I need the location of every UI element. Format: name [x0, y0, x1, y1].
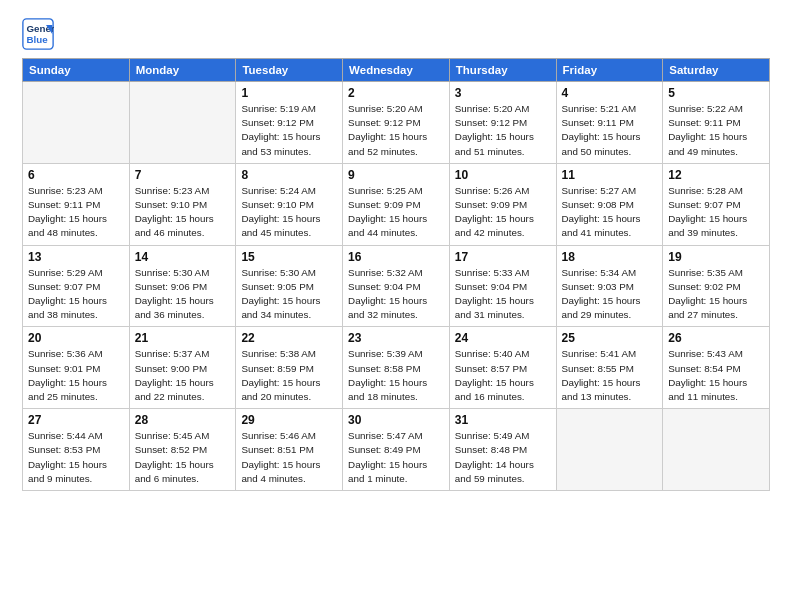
cell-info: Sunrise: 5:20 AM Sunset: 9:12 PM Dayligh… — [348, 102, 444, 159]
cell-info: Sunrise: 5:36 AM Sunset: 9:01 PM Dayligh… — [28, 347, 124, 404]
cell-info: Sunrise: 5:38 AM Sunset: 8:59 PM Dayligh… — [241, 347, 337, 404]
day-number: 26 — [668, 331, 764, 345]
calendar-cell: 6Sunrise: 5:23 AM Sunset: 9:11 PM Daylig… — [23, 163, 130, 245]
calendar-cell — [23, 82, 130, 164]
calendar-cell: 8Sunrise: 5:24 AM Sunset: 9:10 PM Daylig… — [236, 163, 343, 245]
cell-info: Sunrise: 5:19 AM Sunset: 9:12 PM Dayligh… — [241, 102, 337, 159]
cell-info: Sunrise: 5:37 AM Sunset: 9:00 PM Dayligh… — [135, 347, 231, 404]
day-number: 18 — [562, 250, 658, 264]
header: General Blue — [22, 18, 770, 50]
page: General Blue SundayMondayTuesdayWednesda… — [0, 0, 792, 612]
calendar-cell — [663, 409, 770, 491]
logo-icon: General Blue — [22, 18, 54, 50]
calendar-cell: 21Sunrise: 5:37 AM Sunset: 9:00 PM Dayli… — [129, 327, 236, 409]
cell-info: Sunrise: 5:44 AM Sunset: 8:53 PM Dayligh… — [28, 429, 124, 486]
cell-info: Sunrise: 5:49 AM Sunset: 8:48 PM Dayligh… — [455, 429, 551, 486]
calendar-cell: 23Sunrise: 5:39 AM Sunset: 8:58 PM Dayli… — [343, 327, 450, 409]
calendar-cell — [129, 82, 236, 164]
calendar-table: SundayMondayTuesdayWednesdayThursdayFrid… — [22, 58, 770, 491]
cell-info: Sunrise: 5:35 AM Sunset: 9:02 PM Dayligh… — [668, 266, 764, 323]
calendar-week-4: 20Sunrise: 5:36 AM Sunset: 9:01 PM Dayli… — [23, 327, 770, 409]
calendar-cell: 31Sunrise: 5:49 AM Sunset: 8:48 PM Dayli… — [449, 409, 556, 491]
calendar-cell: 3Sunrise: 5:20 AM Sunset: 9:12 PM Daylig… — [449, 82, 556, 164]
cell-info: Sunrise: 5:41 AM Sunset: 8:55 PM Dayligh… — [562, 347, 658, 404]
calendar-cell: 10Sunrise: 5:26 AM Sunset: 9:09 PM Dayli… — [449, 163, 556, 245]
day-number: 13 — [28, 250, 124, 264]
cell-info: Sunrise: 5:34 AM Sunset: 9:03 PM Dayligh… — [562, 266, 658, 323]
calendar-cell: 17Sunrise: 5:33 AM Sunset: 9:04 PM Dayli… — [449, 245, 556, 327]
cell-info: Sunrise: 5:46 AM Sunset: 8:51 PM Dayligh… — [241, 429, 337, 486]
calendar-cell: 15Sunrise: 5:30 AM Sunset: 9:05 PM Dayli… — [236, 245, 343, 327]
cell-info: Sunrise: 5:20 AM Sunset: 9:12 PM Dayligh… — [455, 102, 551, 159]
calendar-cell: 19Sunrise: 5:35 AM Sunset: 9:02 PM Dayli… — [663, 245, 770, 327]
cell-info: Sunrise: 5:30 AM Sunset: 9:06 PM Dayligh… — [135, 266, 231, 323]
day-number: 29 — [241, 413, 337, 427]
weekday-header-row: SundayMondayTuesdayWednesdayThursdayFrid… — [23, 59, 770, 82]
cell-info: Sunrise: 5:39 AM Sunset: 8:58 PM Dayligh… — [348, 347, 444, 404]
cell-info: Sunrise: 5:40 AM Sunset: 8:57 PM Dayligh… — [455, 347, 551, 404]
weekday-header-wednesday: Wednesday — [343, 59, 450, 82]
cell-info: Sunrise: 5:47 AM Sunset: 8:49 PM Dayligh… — [348, 429, 444, 486]
day-number: 1 — [241, 86, 337, 100]
weekday-header-sunday: Sunday — [23, 59, 130, 82]
cell-info: Sunrise: 5:30 AM Sunset: 9:05 PM Dayligh… — [241, 266, 337, 323]
day-number: 8 — [241, 168, 337, 182]
day-number: 11 — [562, 168, 658, 182]
cell-info: Sunrise: 5:24 AM Sunset: 9:10 PM Dayligh… — [241, 184, 337, 241]
calendar-cell: 28Sunrise: 5:45 AM Sunset: 8:52 PM Dayli… — [129, 409, 236, 491]
weekday-header-friday: Friday — [556, 59, 663, 82]
calendar-cell: 7Sunrise: 5:23 AM Sunset: 9:10 PM Daylig… — [129, 163, 236, 245]
cell-info: Sunrise: 5:25 AM Sunset: 9:09 PM Dayligh… — [348, 184, 444, 241]
calendar-cell: 1Sunrise: 5:19 AM Sunset: 9:12 PM Daylig… — [236, 82, 343, 164]
cell-info: Sunrise: 5:32 AM Sunset: 9:04 PM Dayligh… — [348, 266, 444, 323]
day-number: 20 — [28, 331, 124, 345]
day-number: 30 — [348, 413, 444, 427]
calendar-cell: 9Sunrise: 5:25 AM Sunset: 9:09 PM Daylig… — [343, 163, 450, 245]
day-number: 28 — [135, 413, 231, 427]
day-number: 22 — [241, 331, 337, 345]
cell-info: Sunrise: 5:28 AM Sunset: 9:07 PM Dayligh… — [668, 184, 764, 241]
calendar-week-2: 6Sunrise: 5:23 AM Sunset: 9:11 PM Daylig… — [23, 163, 770, 245]
calendar-cell: 25Sunrise: 5:41 AM Sunset: 8:55 PM Dayli… — [556, 327, 663, 409]
calendar-cell: 13Sunrise: 5:29 AM Sunset: 9:07 PM Dayli… — [23, 245, 130, 327]
cell-info: Sunrise: 5:27 AM Sunset: 9:08 PM Dayligh… — [562, 184, 658, 241]
calendar-cell: 11Sunrise: 5:27 AM Sunset: 9:08 PM Dayli… — [556, 163, 663, 245]
day-number: 14 — [135, 250, 231, 264]
day-number: 10 — [455, 168, 551, 182]
cell-info: Sunrise: 5:29 AM Sunset: 9:07 PM Dayligh… — [28, 266, 124, 323]
cell-info: Sunrise: 5:23 AM Sunset: 9:11 PM Dayligh… — [28, 184, 124, 241]
day-number: 12 — [668, 168, 764, 182]
calendar-cell: 16Sunrise: 5:32 AM Sunset: 9:04 PM Dayli… — [343, 245, 450, 327]
day-number: 4 — [562, 86, 658, 100]
calendar-cell: 18Sunrise: 5:34 AM Sunset: 9:03 PM Dayli… — [556, 245, 663, 327]
day-number: 7 — [135, 168, 231, 182]
weekday-header-monday: Monday — [129, 59, 236, 82]
day-number: 15 — [241, 250, 337, 264]
calendar-cell: 27Sunrise: 5:44 AM Sunset: 8:53 PM Dayli… — [23, 409, 130, 491]
logo: General Blue — [22, 18, 54, 50]
day-number: 19 — [668, 250, 764, 264]
calendar-week-3: 13Sunrise: 5:29 AM Sunset: 9:07 PM Dayli… — [23, 245, 770, 327]
day-number: 3 — [455, 86, 551, 100]
svg-text:Blue: Blue — [26, 34, 48, 45]
weekday-header-thursday: Thursday — [449, 59, 556, 82]
day-number: 6 — [28, 168, 124, 182]
calendar-week-1: 1Sunrise: 5:19 AM Sunset: 9:12 PM Daylig… — [23, 82, 770, 164]
calendar-cell — [556, 409, 663, 491]
day-number: 24 — [455, 331, 551, 345]
calendar-cell: 4Sunrise: 5:21 AM Sunset: 9:11 PM Daylig… — [556, 82, 663, 164]
calendar-cell: 20Sunrise: 5:36 AM Sunset: 9:01 PM Dayli… — [23, 327, 130, 409]
cell-info: Sunrise: 5:22 AM Sunset: 9:11 PM Dayligh… — [668, 102, 764, 159]
calendar-cell: 22Sunrise: 5:38 AM Sunset: 8:59 PM Dayli… — [236, 327, 343, 409]
cell-info: Sunrise: 5:21 AM Sunset: 9:11 PM Dayligh… — [562, 102, 658, 159]
cell-info: Sunrise: 5:45 AM Sunset: 8:52 PM Dayligh… — [135, 429, 231, 486]
day-number: 5 — [668, 86, 764, 100]
day-number: 9 — [348, 168, 444, 182]
day-number: 16 — [348, 250, 444, 264]
calendar-cell: 14Sunrise: 5:30 AM Sunset: 9:06 PM Dayli… — [129, 245, 236, 327]
day-number: 31 — [455, 413, 551, 427]
weekday-header-saturday: Saturday — [663, 59, 770, 82]
cell-info: Sunrise: 5:23 AM Sunset: 9:10 PM Dayligh… — [135, 184, 231, 241]
weekday-header-tuesday: Tuesday — [236, 59, 343, 82]
calendar-cell: 12Sunrise: 5:28 AM Sunset: 9:07 PM Dayli… — [663, 163, 770, 245]
